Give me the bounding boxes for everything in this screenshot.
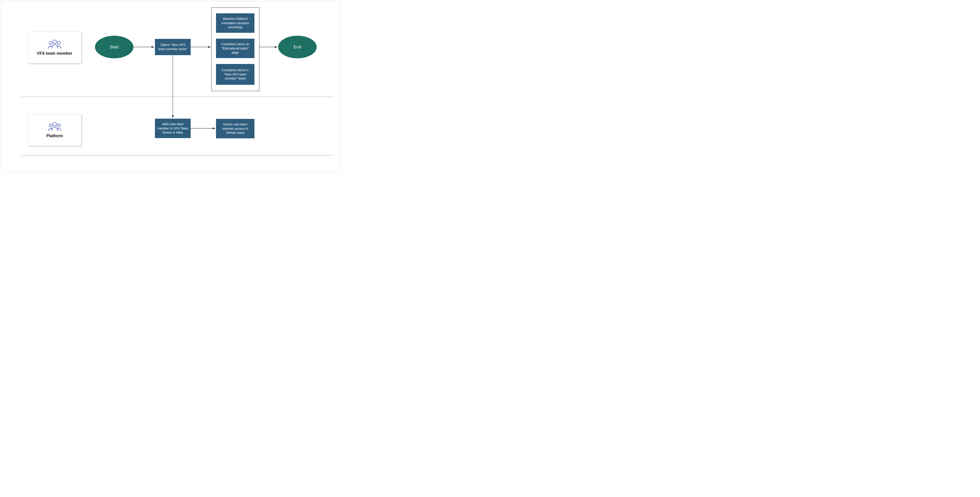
lane-card-platform: Platform <box>28 114 81 146</box>
end-node: End <box>278 36 317 58</box>
svg-point-4 <box>49 124 52 127</box>
users-icon <box>48 39 62 49</box>
users-icon <box>48 122 62 131</box>
svg-point-5 <box>57 124 60 127</box>
box-grant-access: Grants new team member access to GitHub … <box>216 119 255 138</box>
svg-point-1 <box>49 41 52 44</box>
box-grant-access-label: Grants new team member access to GitHub … <box>218 122 252 135</box>
lane-card-vfs: VFS team member <box>28 32 81 64</box>
lane-label-platform: Platform <box>46 133 63 138</box>
lane-label-vfs: VFS team member <box>37 51 72 56</box>
box-add-roster: Adds new team member to VFS Team Roster … <box>155 119 191 138</box>
box-open-ticket-label: Opens "New VFS team member ticket" <box>157 43 188 51</box>
box-add-roster-label: Adds new team member to VFS Team Roster … <box>157 122 188 135</box>
box-complete-ticket-label: Completes items in "New VFS team member"… <box>218 68 252 81</box>
lane-divider-1 <box>21 96 333 97</box>
box-complete-ticket: Completes items in "New VFS team member"… <box>216 64 255 85</box>
box-edu-tasks: Completes items on "Educational tasks" p… <box>216 39 255 58</box>
lane-divider-2 <box>21 155 333 156</box>
arrows <box>1 1 340 173</box>
start-node: Start <box>95 36 134 58</box>
start-label: Start <box>110 44 119 49</box>
box-watch-recordings: Watches Platform orientation sessions re… <box>216 13 255 33</box>
box-watch-recordings-label: Watches Platform orientation sessions re… <box>218 17 252 30</box>
box-edu-tasks-label: Completes items on "Educational tasks" p… <box>218 42 252 55</box>
swimlane-diagram: VFS team member Platform Start End Opens… <box>1 1 340 173</box>
box-open-ticket: Opens "New VFS team member ticket" <box>155 39 191 55</box>
svg-point-3 <box>53 122 57 126</box>
svg-point-2 <box>57 41 60 44</box>
end-label: End <box>294 44 301 49</box>
svg-point-0 <box>53 40 57 44</box>
